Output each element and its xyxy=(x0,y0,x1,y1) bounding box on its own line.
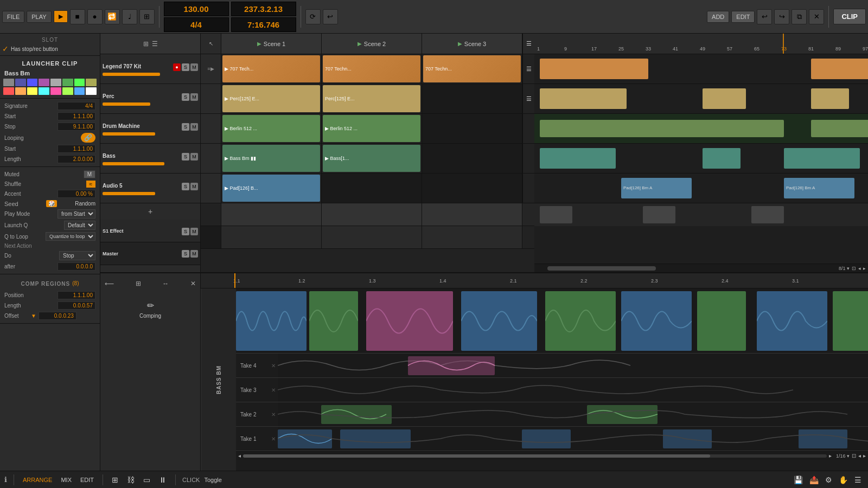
clip-row-menu-audio5[interactable] xyxy=(522,174,534,203)
track-solo-perc[interactable]: S xyxy=(182,93,189,101)
clip-block-drum-1[interactable]: ▶ Berlin 512 ... xyxy=(222,115,320,142)
fit-icon[interactable]: ⊡ xyxy=(852,266,856,271)
signature-value[interactable]: 4/4 xyxy=(58,102,95,110)
clip-block-legend-2[interactable]: 707 Techn... xyxy=(323,55,420,82)
comp-position-value[interactable]: 1.1.1.00 xyxy=(58,291,95,299)
arr-block-perc-2[interactable] xyxy=(703,88,746,109)
take1-close[interactable]: ✕ xyxy=(271,436,276,442)
comp-scrollbar[interactable]: ◂ ▸ 1/16 ▾ ⊡ ◂ ▸ xyxy=(236,451,868,460)
edit-tab[interactable]: EDIT xyxy=(78,476,96,484)
record-button[interactable]: ● xyxy=(87,9,103,24)
play-label-button[interactable]: PLAY xyxy=(27,11,51,23)
comp-zoom-left[interactable]: ◂ xyxy=(858,453,861,459)
track-mute-s1effect[interactable]: M xyxy=(190,228,198,235)
track-solo-master[interactable]: S xyxy=(182,250,189,258)
clip-row-menu-perc[interactable]: ☰ xyxy=(522,84,534,113)
arr-block-drum-1[interactable] xyxy=(540,120,784,137)
settings-button[interactable]: ⊞ xyxy=(139,9,155,24)
metronome-button[interactable]: ♩ xyxy=(122,9,137,24)
pause-tool-icon[interactable]: ⏸ xyxy=(157,474,169,485)
redo-button[interactable]: ↪ xyxy=(774,9,789,24)
bt-hand-icon[interactable]: ✋ xyxy=(837,474,850,485)
clip-cell-legend-3[interactable]: 707 Techn... xyxy=(422,54,522,84)
clip-cell-legend-2[interactable]: 707 Techn... xyxy=(322,54,422,84)
punch-button[interactable]: ↩ xyxy=(323,9,338,24)
clip-cell-drum-2[interactable]: ▶ Berlin 512 ... xyxy=(322,114,422,143)
arr-block-legend-1[interactable] xyxy=(540,59,648,79)
bt-settings-icon[interactable]: ⚙ xyxy=(823,474,834,485)
arr-block-effect-1[interactable] xyxy=(540,206,572,223)
clip-cell-audio5-3[interactable] xyxy=(422,174,522,203)
track-fader-perc[interactable] xyxy=(103,102,150,106)
track-mute-drum[interactable]: M xyxy=(190,123,198,131)
comp-block-green-2[interactable] xyxy=(545,291,616,351)
launch-q-select[interactable]: Default None xyxy=(64,221,95,230)
shuffle-icon[interactable]: ≈ xyxy=(86,181,96,188)
comp-block-green-3[interactable] xyxy=(697,291,746,351)
arr-block-audio5-2[interactable]: Pad[126] Bm A xyxy=(784,178,854,198)
clip-row-menu-bass[interactable] xyxy=(522,144,534,173)
track-rec-legend[interactable]: ● xyxy=(173,63,181,71)
arr-block-bass-2[interactable] xyxy=(703,148,741,169)
color-swatch-white[interactable] xyxy=(86,87,97,95)
stop-value[interactable]: 9.1.1.00 xyxy=(58,123,95,131)
clip-cell-perc-2[interactable]: Perc[125] E... xyxy=(322,84,422,113)
comp-zoom-fit[interactable]: ⊡ xyxy=(852,453,856,459)
comp-block-blue-3[interactable] xyxy=(621,291,692,351)
color-swatch-green[interactable] xyxy=(62,79,73,86)
add-button[interactable]: ADD xyxy=(707,11,729,23)
arr-block-perc-1[interactable] xyxy=(540,88,627,109)
clip-cell-perc-1[interactable]: ▶ Perc[125] E... xyxy=(221,84,322,113)
zoom-out-icon[interactable]: ◂ xyxy=(858,266,861,271)
clip-cell-drum-1[interactable]: ▶ Berlin 512 ... xyxy=(221,114,322,143)
bt-save-icon[interactable]: 💾 xyxy=(792,474,805,485)
comp-back-icon[interactable]: ⟵ xyxy=(105,280,114,287)
comp-block-blue-4[interactable] xyxy=(757,291,827,351)
track-mute-bass[interactable]: M xyxy=(190,153,198,160)
grid-tool-icon[interactable]: ⊞ xyxy=(110,474,120,485)
start-value[interactable]: 1.1.1.00 xyxy=(58,112,95,120)
track-fader-audio5[interactable] xyxy=(103,192,155,195)
clip-block-audio5-1[interactable]: ▶ Pad[126] B... xyxy=(222,175,320,202)
color-swatch-gray[interactable] xyxy=(3,79,14,86)
track-mute-perc[interactable]: M xyxy=(190,93,198,101)
length-value[interactable]: 2.0.0.00 xyxy=(58,155,95,163)
delete-button[interactable]: ✕ xyxy=(809,9,824,24)
color-swatch-orange[interactable] xyxy=(15,87,26,95)
loop-start-value[interactable]: 1.1.1.00 xyxy=(58,145,95,153)
edit-button[interactable]: EDIT xyxy=(731,11,755,23)
comp-block-green-1[interactable] xyxy=(309,291,358,351)
track-fader-drum[interactable] xyxy=(103,132,155,136)
seed-random-label[interactable]: Random xyxy=(75,201,95,207)
toggle-label[interactable]: Toggle xyxy=(204,477,221,483)
color-swatch-cyan[interactable] xyxy=(39,87,49,95)
muted-badge[interactable]: M xyxy=(84,170,95,178)
color-swatch-blue[interactable] xyxy=(15,79,26,86)
color-swatch-brightblue[interactable] xyxy=(27,79,38,86)
color-swatch-purple[interactable] xyxy=(39,79,49,86)
clip-block-bass-1[interactable]: ▶ Bass Bm ▮▮ xyxy=(222,145,320,172)
arr-block-bass-1[interactable] xyxy=(540,148,616,169)
arrange-tab[interactable]: ARRANGE xyxy=(21,476,54,484)
comp-zoom-right[interactable]: ▸ xyxy=(863,453,866,459)
file-button[interactable]: FILE xyxy=(2,11,24,23)
bt-menu-icon[interactable]: ☰ xyxy=(852,474,864,485)
clip-block-legend-3[interactable]: 707 Techn... xyxy=(423,55,521,82)
color-swatch-red[interactable] xyxy=(3,87,14,95)
scene-col-1[interactable]: ▶ Scene 1 xyxy=(221,34,322,54)
clip-block-bass-2[interactable]: ▶ Bass[1... xyxy=(323,145,420,172)
track-solo-legend[interactable]: S xyxy=(182,63,189,71)
clip-block-perc-2[interactable]: Perc[125] E... xyxy=(323,85,420,112)
link-tool-icon[interactable]: ⛓ xyxy=(125,474,137,485)
track-solo-bass[interactable]: S xyxy=(182,153,189,160)
comp-block-pink-1[interactable] xyxy=(366,291,453,351)
color-swatch-skyblue[interactable] xyxy=(74,87,85,95)
pencil-icon[interactable]: ✏ xyxy=(147,300,154,311)
track-mute-master[interactable]: M xyxy=(190,250,198,258)
track-solo-s1effect[interactable]: S xyxy=(182,228,189,235)
take4-close[interactable]: ✕ xyxy=(271,363,276,369)
arr-block-audio5-1[interactable]: Pad[126] Bm A xyxy=(621,178,692,198)
clip-cell-perc-3[interactable] xyxy=(422,84,522,113)
track-fader-bass[interactable] xyxy=(103,162,164,165)
arr-block-drum-2[interactable] xyxy=(811,120,868,137)
